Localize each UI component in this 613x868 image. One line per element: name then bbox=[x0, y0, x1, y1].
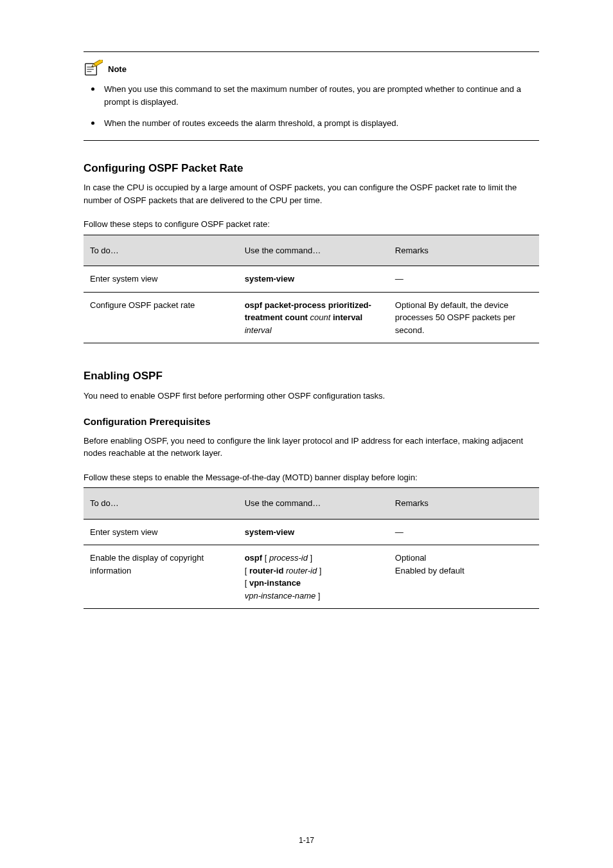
cell-remarks: — bbox=[389, 266, 539, 293]
cell-remarks: Optional By default, the device processe… bbox=[389, 292, 539, 343]
section-intro: You need to enable OSPF first before per… bbox=[84, 390, 539, 402]
col-header-todo: To do… bbox=[84, 235, 238, 266]
col-header-command: Use the command… bbox=[238, 235, 389, 266]
note-label: Note bbox=[108, 63, 127, 76]
note-bottom-rule bbox=[84, 140, 539, 141]
table-row: Enable the display of copyright informat… bbox=[84, 545, 539, 609]
section-heading-enable-ospf: Enabling OSPF bbox=[84, 368, 539, 384]
section-intro: In case the CPU is occupied by a large a… bbox=[84, 181, 539, 206]
cell-command: ospf packet-process prioritized-treatmen… bbox=[238, 292, 389, 343]
note-bullet: When you use this command to set the max… bbox=[86, 83, 539, 108]
follow-steps-label: Follow these steps to enable the Message… bbox=[84, 471, 539, 484]
table-row: Enter system view system-view — bbox=[84, 519, 539, 545]
cell-todo: Enter system view bbox=[84, 266, 238, 293]
cell-remarks: — bbox=[389, 519, 539, 545]
cell-todo: Enter system view bbox=[84, 519, 238, 545]
page-number: 1-17 bbox=[0, 835, 613, 846]
cell-command: system-view bbox=[238, 266, 389, 293]
section-heading-packet-rate: Configuring OSPF Packet Rate bbox=[84, 160, 539, 177]
config-table-packet-rate: To do… Use the command… Remarks Enter sy… bbox=[84, 235, 539, 344]
note-heading: Note bbox=[84, 60, 539, 77]
note-pencil-icon bbox=[84, 60, 103, 77]
table-row: Configure OSPF packet rate ospf packet-p… bbox=[84, 292, 539, 343]
col-header-remarks: Remarks bbox=[389, 488, 539, 520]
cell-todo: Enable the display of copyright informat… bbox=[84, 545, 238, 609]
col-header-remarks: Remarks bbox=[389, 235, 539, 266]
config-table-enable-ospf: To do… Use the command… Remarks Enter sy… bbox=[84, 487, 539, 609]
col-header-command: Use the command… bbox=[238, 488, 389, 520]
col-header-todo: To do… bbox=[84, 488, 238, 520]
note-bullet: When the number of routes exceeds the al… bbox=[86, 117, 539, 130]
cell-command: ospf [ process-id ] [ router-id router-i… bbox=[238, 545, 389, 609]
note-bullet-list: When you use this command to set the max… bbox=[86, 83, 539, 130]
follow-steps-label: Follow these steps to configure OSPF pac… bbox=[84, 218, 539, 231]
subsection-heading-prereqs: Configuration Prerequisites bbox=[84, 415, 539, 429]
note-top-rule bbox=[84, 51, 539, 52]
subsection-intro: Before enabling OSPF, you need to config… bbox=[84, 435, 539, 460]
table-row: Enter system view system-view — bbox=[84, 266, 539, 293]
cell-command: system-view bbox=[238, 519, 389, 545]
cell-remarks: Optional Enabled by default bbox=[389, 545, 539, 609]
cell-todo: Configure OSPF packet rate bbox=[84, 292, 238, 343]
